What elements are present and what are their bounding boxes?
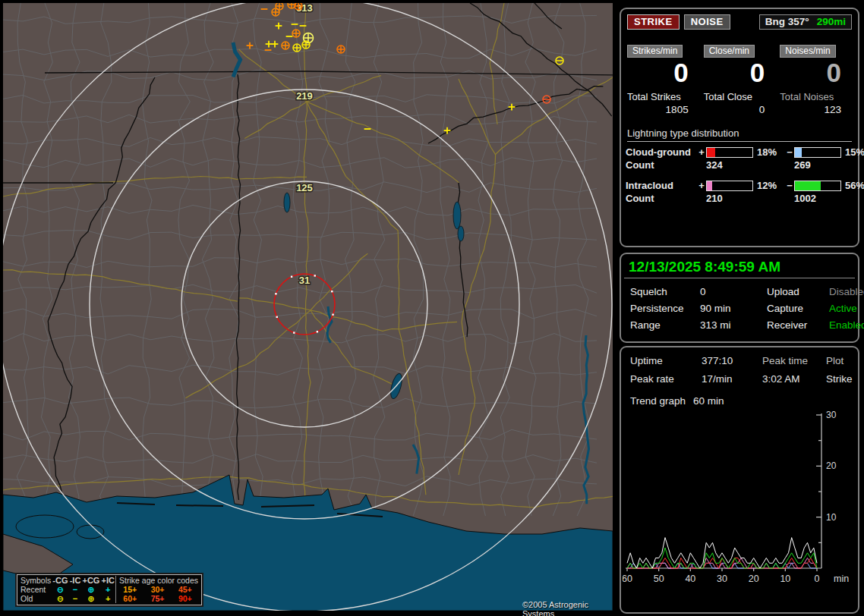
- legend-old-label: Old: [20, 594, 52, 603]
- strikes-per-min-label: Strikes/min: [627, 45, 683, 58]
- settings-table: Squelch 0 Upload Disabled Persistence 90…: [621, 278, 858, 331]
- lightning-symbol-cgp: [282, 42, 289, 49]
- intracloud-label: Intracloud: [626, 180, 697, 191]
- minus-sign: −: [785, 146, 794, 158]
- strikes-per-min-value: 0: [627, 58, 699, 88]
- cg-neg-count: 269: [794, 159, 841, 171]
- receiver-label: Receiver: [767, 319, 829, 331]
- ring-label-31: 31: [299, 275, 310, 286]
- cg-pos-bar: [706, 147, 753, 158]
- ic-neg-recent-icon: −: [69, 585, 82, 594]
- legend-symbols-header: Symbols: [20, 576, 52, 585]
- lightning-symbol-cgp: [293, 44, 301, 52]
- ring-label-125: 125: [296, 182, 313, 193]
- noise-toggle-button[interactable]: NOISE: [684, 14, 730, 30]
- bearing-display: Bng 357°290mi: [759, 14, 852, 30]
- datetime-display: 12/13/2025 8:49:59 AM: [621, 254, 858, 278]
- strike-toggle-button[interactable]: STRIKE: [627, 14, 680, 30]
- upload-status: Disabled: [829, 286, 864, 297]
- age-15: 15+: [116, 585, 144, 594]
- ic-pos-bar-fill: [707, 181, 712, 190]
- stats-box: STRIKE NOISE Bng 357°290mi Strikes/min 0…: [620, 8, 859, 247]
- y-tick-label: 30: [826, 411, 837, 420]
- noises-per-min-label: Noises/min: [780, 45, 835, 58]
- ic-neg-bar: [794, 181, 841, 191]
- x-tick-label: 40: [685, 574, 695, 584]
- ic-neg-old-icon: −: [69, 594, 82, 603]
- lightning-map: 31321912531: [3, 3, 613, 611]
- cloud-ground-label: Cloud-ground: [626, 146, 697, 158]
- ic-pos-bar: [706, 181, 753, 191]
- peak-time-header: Peak time: [762, 355, 826, 366]
- noises-counter: Noises/min 0 Total Noises 123: [780, 43, 852, 115]
- cg-count-label: Count: [626, 159, 697, 171]
- peak-rate-value: 17/min: [702, 373, 762, 385]
- upload-label: Upload: [767, 286, 829, 297]
- side-panel: STRIKE NOISE Bng 357°290mi Strikes/min 0…: [616, 0, 864, 616]
- lightning-symbol-cgp: [272, 8, 279, 16]
- age-60: 60+: [116, 594, 144, 603]
- map-legend: Symbols -CG -IC +CG +IC Strike age color…: [17, 574, 202, 605]
- legend-col-ic-neg: -IC: [69, 576, 82, 585]
- trend-box: Uptime 377:10 Peak time Plot Peak rate 1…: [620, 346, 859, 614]
- cg-pos-pct: 18%: [753, 146, 785, 158]
- legend-col-cg-neg: -CG: [52, 576, 68, 585]
- trend-graph-chart: 1020306050403020100min: [623, 411, 855, 608]
- app-window: { "side_panel": { "strike_button": "STRI…: [0, 0, 864, 616]
- capture-label: Capture: [767, 303, 829, 314]
- receiver-status: Enabled: [829, 319, 864, 331]
- peak-rate-label: Peak rate: [630, 373, 702, 385]
- ic-neg-count: 1002: [794, 193, 841, 204]
- age-90: 90+: [172, 594, 199, 603]
- x-tick-label: 60: [623, 574, 632, 584]
- age-75: 75+: [143, 594, 171, 603]
- persistence-label: Persistence: [630, 303, 700, 314]
- distribution-title: Lightning type distribution: [627, 127, 852, 142]
- cg-neg-bar: [794, 147, 841, 158]
- lightning-symbol-cgp: [295, 3, 302, 10]
- total-close-value: 0: [704, 104, 776, 115]
- lightning-symbol-cgp: [292, 30, 300, 37]
- x-tick-label: 50: [654, 574, 664, 584]
- age-30: 30+: [143, 585, 171, 594]
- copyright-text: ©2005 Astrogenic Systems: [522, 600, 613, 616]
- legend-col-ic-pos: +IC: [100, 576, 115, 585]
- plus-sign: +: [697, 180, 706, 191]
- cg-pos-bar-fill: [707, 148, 715, 157]
- trend-graph-window: 60 min: [693, 395, 724, 407]
- ic-neg-pct: 56%: [841, 180, 864, 191]
- close-per-min-value: 0: [704, 58, 776, 88]
- total-strikes-label: Total Strikes: [627, 91, 699, 102]
- cg-pos-old-icon: ⊕: [81, 594, 100, 603]
- legend-recent-label: Recent: [20, 585, 52, 594]
- status-table: Uptime 377:10 Peak time Plot Peak rate 1…: [621, 347, 858, 385]
- strikes-counter: Strikes/min 0 Total Strikes 1805: [627, 43, 699, 115]
- map-view[interactable]: 31321912531 Symbols -CG -IC +CG +IC Stri…: [3, 3, 613, 611]
- x-tick-label: 0: [815, 574, 820, 584]
- distribution-table: Cloud-ground + 18% − 15% Count 324 269 I…: [621, 146, 858, 204]
- cg-pos-recent-icon: ⊕: [81, 585, 100, 594]
- close-counter: Close/min 0 Total Close 0: [704, 43, 776, 115]
- ic-pos-old-icon: +: [100, 594, 115, 603]
- ring-label-219: 219: [296, 90, 313, 102]
- cg-neg-old-icon: ⊖: [52, 594, 68, 603]
- cg-neg-bar-fill: [795, 148, 802, 157]
- capture-status: Active: [829, 303, 864, 314]
- uptime-value: 377:10: [702, 355, 762, 366]
- trend-graph-label: Trend graph: [630, 395, 686, 407]
- bearing-range-value: 290mi: [817, 16, 846, 27]
- clock-box: 12/13/2025 8:49:59 AM Squelch 0 Upload D…: [620, 253, 859, 343]
- ic-pos-count: 210: [706, 193, 753, 204]
- age-45: 45+: [172, 585, 199, 594]
- lightning-symbol-cgp: [337, 46, 345, 53]
- range-value: 313 mi: [700, 319, 767, 331]
- total-close-label: Total Close: [704, 91, 776, 102]
- x-tick-label: 10: [780, 574, 790, 584]
- total-noises-value: 123: [780, 104, 852, 115]
- ic-pos-recent-icon: +: [100, 585, 115, 594]
- bearing-value: Bng 357°: [765, 16, 809, 27]
- y-tick-label: 10: [826, 512, 837, 523]
- ic-pos-pct: 12%: [753, 180, 785, 191]
- cg-neg-pct: 15%: [841, 146, 864, 158]
- persistence-value: 90 min: [700, 303, 767, 314]
